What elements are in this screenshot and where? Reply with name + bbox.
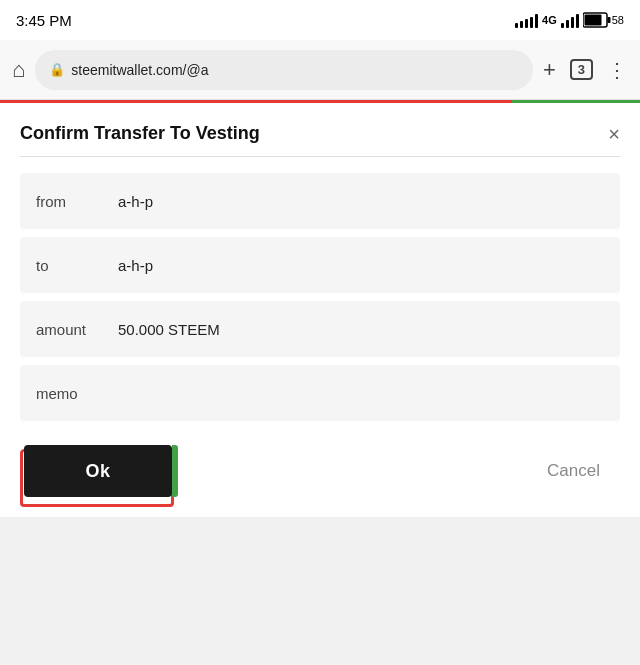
status-icons: 4G 58 [515, 12, 624, 28]
dialog-container: Confirm Transfer To Vesting × from a-h-p… [0, 103, 640, 517]
memo-field-row: memo [20, 365, 620, 421]
ok-button-wrapper: Ok [24, 445, 172, 497]
from-value: a-h-p [110, 179, 620, 224]
battery-icon: 58 [583, 12, 624, 28]
memo-label: memo [20, 385, 110, 402]
ok-button[interactable]: Ok [24, 445, 172, 497]
to-value: a-h-p [110, 243, 620, 288]
new-tab-button[interactable]: + [543, 57, 556, 83]
cancel-button[interactable]: Cancel [531, 453, 616, 489]
dialog-header: Confirm Transfer To Vesting × [20, 123, 620, 144]
memo-value [110, 379, 620, 407]
url-bar[interactable]: 🔒 steemitwallet.com/@a [35, 50, 533, 90]
browser-actions: + 3 ⋮ [543, 57, 628, 83]
close-button[interactable]: × [608, 124, 620, 144]
to-field-row: to a-h-p [20, 237, 620, 293]
tab-count[interactable]: 3 [570, 59, 593, 80]
from-label: from [20, 193, 110, 210]
amount-field-row: amount 50.000 STEEM [20, 301, 620, 357]
svg-rect-2 [584, 15, 601, 26]
home-icon[interactable]: ⌂ [12, 57, 25, 83]
amount-value: 50.000 STEEM [110, 307, 620, 352]
signal-bars-icon [515, 12, 538, 28]
divider [20, 156, 620, 157]
wifi-icon [561, 12, 579, 28]
url-text: steemitwallet.com/@a [71, 62, 208, 78]
to-label: to [20, 257, 110, 274]
from-field-row: from a-h-p [20, 173, 620, 229]
status-time: 3:45 PM [16, 12, 72, 29]
amount-label: amount [20, 321, 110, 338]
svg-rect-1 [607, 17, 610, 23]
browser-chrome: ⌂ 🔒 steemitwallet.com/@a + 3 ⋮ [0, 40, 640, 100]
lock-icon: 🔒 [49, 62, 65, 77]
battery-level: 58 [612, 14, 624, 26]
network-type: 4G [542, 14, 557, 26]
status-bar: 3:45 PM 4G 58 [0, 0, 640, 40]
more-menu-button[interactable]: ⋮ [607, 58, 628, 82]
dialog-title: Confirm Transfer To Vesting [20, 123, 260, 144]
buttons-area: Ok Cancel [20, 445, 620, 497]
